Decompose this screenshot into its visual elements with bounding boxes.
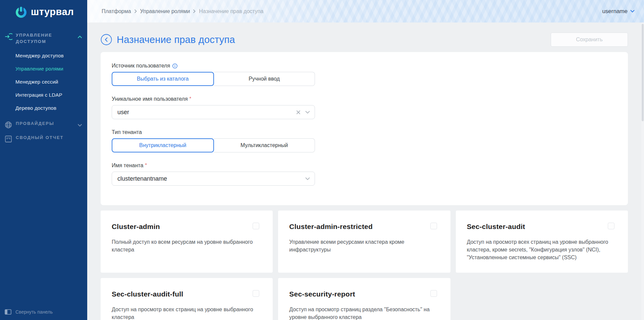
role-checkbox[interactable] <box>430 290 437 297</box>
sidebar-nav: УПРАВЛЕНИЕ ДОСТУПОМ Менеджер доступов Уп… <box>0 30 87 146</box>
clear-icon[interactable] <box>296 110 301 115</box>
title-row: Назначение прав доступа Сохранить <box>101 33 628 47</box>
vertical-scrollbar[interactable] <box>641 22 644 320</box>
sidebar-section-providers[interactable]: ПРОВАЙДЕРЫ <box>0 118 87 132</box>
topbar: Платформа Управление ролями Назначение п… <box>87 0 644 22</box>
role-name: Cluster-admin <box>112 223 160 231</box>
chevron-down-icon[interactable] <box>305 111 310 114</box>
sidebar: штурвал УПРАВЛЕНИЕ ДОСТУПОМ Менеджер дос… <box>0 0 87 320</box>
chevron-up-icon <box>78 32 82 40</box>
chevron-down-icon[interactable] <box>305 177 310 180</box>
tenant-type-intracluster[interactable]: Внутрикластерный <box>112 138 214 152</box>
role-name: Sec-cluster-audit <box>467 223 525 231</box>
breadcrumb: Платформа Управление ролями Назначение п… <box>102 8 263 14</box>
sidebar-subitems: Менеджер доступов Управление ролями Мене… <box>0 49 87 115</box>
back-button[interactable] <box>101 34 112 45</box>
role-description: Доступ на просмотр страниц раздела "Безо… <box>289 306 437 320</box>
tenant-name-select-value: clustertenantname <box>117 175 305 182</box>
breadcrumb-separator-icon <box>193 9 196 13</box>
role-checkbox[interactable] <box>253 290 259 297</box>
chevron-down-icon <box>630 10 635 13</box>
page-title: Назначение прав доступа <box>117 34 235 45</box>
sidebar-section-label: УПРАВЛЕНИЕ ДОСТУПОМ <box>16 32 66 45</box>
sidebar-item-access-manager[interactable]: Менеджер доступов <box>0 49 87 62</box>
tenant-name-select[interactable]: clustertenantname <box>112 172 315 186</box>
page-content: Назначение прав доступа Сохранить Источн… <box>87 22 644 320</box>
role-name: Sec-security-report <box>289 290 355 298</box>
brand-logo[interactable]: штурвал <box>0 0 87 18</box>
role-checkbox[interactable] <box>608 223 614 229</box>
user-source-label: Источник пользователя <box>112 63 170 69</box>
role-name: Cluster-admin-restricted <box>289 223 373 231</box>
login-arrow-icon <box>4 32 13 41</box>
role-description: Управление всеми ресурсами кластера кром… <box>289 238 437 254</box>
role-checkbox[interactable] <box>253 223 259 229</box>
role-description: Полный доступ ко всем ресурсам на уровне… <box>112 238 259 254</box>
sidebar-section-access-management[interactable]: УПРАВЛЕНИЕ ДОСТУПОМ <box>0 30 87 48</box>
role-description: Доступ на просмотр всех страниц на уровн… <box>112 306 259 320</box>
username-select-value: user <box>117 109 296 116</box>
tenant-type-toggle: Внутрикластерный Мультикластерный <box>112 138 315 152</box>
collapse-panel-label: Свернуть панель <box>15 309 53 315</box>
collapse-panel-button[interactable]: Свернуть панель <box>5 309 53 315</box>
save-button[interactable]: Сохранить <box>551 33 628 47</box>
source-option-catalog[interactable]: Выбрать из каталога <box>112 72 214 86</box>
username-group: Уникальное имя пользователя * user <box>112 96 614 119</box>
role-name: Sec-cluster-audit-full <box>112 290 183 298</box>
role-card-sec-cluster-audit-full: Sec-cluster-audit-full Доступ на просмот… <box>101 278 273 320</box>
user-menu[interactable]: username <box>602 8 635 15</box>
grid-spacer <box>456 278 628 320</box>
username-label: Уникальное имя пользователя <box>112 96 188 102</box>
role-checkbox[interactable] <box>430 223 437 229</box>
role-card-cluster-admin-restricted: Cluster-admin-restricted Управление всем… <box>278 211 450 273</box>
tenant-type-label: Тип тенанта <box>112 129 142 135</box>
username-label: username <box>602 8 628 15</box>
role-card-cluster-admin: Cluster-admin Полный доступ ко всем ресу… <box>101 211 273 273</box>
required-mark: * <box>145 162 147 168</box>
sidebar-item-session-manager[interactable]: Менеджер сессий <box>0 75 87 88</box>
globe-icon <box>4 121 13 129</box>
report-icon <box>4 135 13 143</box>
breadcrumb-item-current: Назначение прав доступа <box>199 8 263 14</box>
role-card-sec-cluster-audit: Sec-cluster-audit Доступ на просмотр все… <box>456 211 628 273</box>
username-select[interactable]: user <box>112 105 315 119</box>
main-area: Платформа Управление ролями Назначение п… <box>87 0 644 320</box>
tenant-type-multicluster[interactable]: Мультикластерный <box>214 138 315 152</box>
tenant-type-group: Тип тенанта Внутрикластерный Мультикласт… <box>112 129 614 152</box>
brand-name: штурвал <box>31 6 74 17</box>
scrollbar-thumb[interactable] <box>642 24 644 121</box>
tenant-name-label: Имя тенанта <box>112 163 143 169</box>
sidebar-section-label: ПРОВАЙДЕРЫ <box>16 121 66 127</box>
breadcrumb-item-platform[interactable]: Платформа <box>102 8 131 14</box>
breadcrumb-item-role-management[interactable]: Управление ролями <box>140 8 190 14</box>
user-source-toggle: Выбрать из каталога Ручной ввод <box>112 72 315 86</box>
roles-grid: Cluster-admin Полный доступ ко всем ресу… <box>101 211 628 320</box>
required-mark: * <box>190 95 192 101</box>
breadcrumb-separator-icon <box>135 9 137 13</box>
collapse-panel-icon <box>5 309 11 315</box>
info-icon[interactable] <box>172 63 177 68</box>
role-card-sec-security-report: Sec-security-report Доступ на просмотр с… <box>278 278 450 320</box>
sidebar-item-role-management[interactable]: Управление ролями <box>0 62 87 75</box>
sidebar-item-ldap-integration[interactable]: Интеграция с LDAP <box>0 88 87 101</box>
source-option-manual[interactable]: Ручной ввод <box>214 72 315 86</box>
assignment-form: Источник пользователя Выбрать из каталог… <box>101 52 628 205</box>
user-source-group: Источник пользователя Выбрать из каталог… <box>112 63 614 86</box>
sidebar-section-summary-report[interactable]: СВОДНЫЙ ОТЧЕТ <box>0 132 87 146</box>
role-description: Доступ на просмотр всех страниц на уровн… <box>467 238 614 262</box>
tenant-name-group: Имя тенанта * clustertenantname <box>112 163 614 186</box>
chevron-down-icon <box>78 121 82 128</box>
sidebar-section-label: СВОДНЫЙ ОТЧЕТ <box>16 135 66 141</box>
brand-logo-icon <box>15 5 28 18</box>
sidebar-item-access-tree[interactable]: Дерево доступов <box>0 101 87 115</box>
